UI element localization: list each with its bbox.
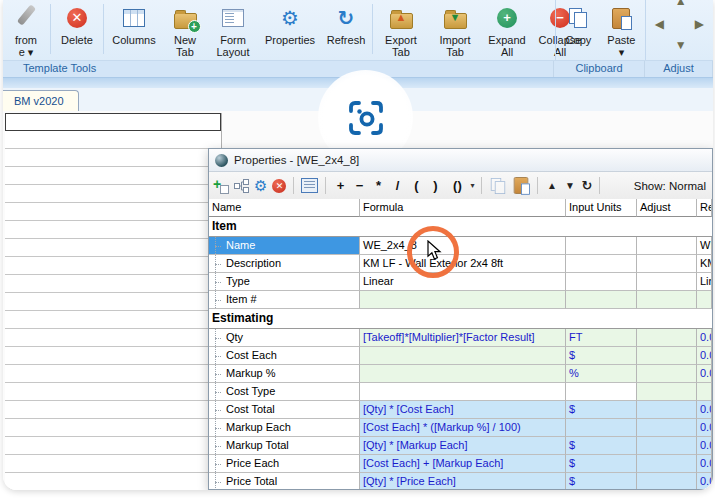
copy-from-template-button[interactable]: frome ▾ bbox=[3, 0, 49, 58]
adjust-left-button[interactable]: ◀ bbox=[655, 17, 664, 31]
result-cell[interactable]: 0.0 bbox=[697, 473, 712, 489]
grid-row[interactable] bbox=[5, 203, 221, 221]
tab-bm-v2020[interactable]: BM v2020 bbox=[3, 90, 79, 111]
adjust-cell[interactable] bbox=[637, 291, 697, 309]
import-tab-button[interactable]: ▼ImportTab bbox=[428, 0, 482, 58]
grid-row[interactable] bbox=[5, 131, 221, 149]
grid-row[interactable] bbox=[5, 329, 221, 347]
show-mode-label[interactable]: Show: Normal bbox=[634, 180, 708, 192]
result-cell[interactable]: 0.0 bbox=[697, 347, 712, 365]
columns-button[interactable]: Columns bbox=[105, 0, 163, 46]
formula-cell[interactable] bbox=[360, 365, 566, 383]
paste-icon[interactable] bbox=[514, 177, 528, 194]
plus-operator-button[interactable]: + bbox=[333, 178, 347, 193]
input-units-cell[interactable]: $ bbox=[566, 347, 637, 365]
grid-row[interactable] bbox=[5, 185, 221, 203]
column-header-formula[interactable]: Formula bbox=[360, 199, 566, 217]
formula-cell[interactable]: [Qty] * [Cost Each] bbox=[360, 401, 566, 419]
adjust-right-button[interactable]: ▶ bbox=[695, 17, 704, 31]
adjust-cell[interactable] bbox=[637, 329, 697, 347]
input-units-cell[interactable] bbox=[566, 255, 637, 273]
row-label[interactable]: Qty bbox=[209, 329, 360, 347]
formula-cell[interactable] bbox=[360, 291, 566, 309]
formula-cell[interactable]: [Takeoff]*[Multiplier]*[Factor Result] bbox=[360, 329, 566, 347]
input-units-cell[interactable] bbox=[566, 237, 637, 255]
input-units-cell[interactable]: % bbox=[566, 365, 637, 383]
divide-operator-button[interactable]: / bbox=[390, 178, 404, 193]
grid-row[interactable] bbox=[5, 437, 221, 455]
formula-cell[interactable] bbox=[360, 383, 566, 401]
result-cell[interactable]: 0.0 bbox=[697, 455, 712, 473]
row-label[interactable]: Price Total bbox=[209, 473, 360, 489]
grid-row[interactable] bbox=[5, 473, 221, 490]
dialog-title-bar[interactable]: Properties - [WE_2x4_8] bbox=[209, 149, 712, 172]
column-header-name[interactable]: Name bbox=[209, 199, 360, 217]
row-label[interactable]: Markup Each bbox=[209, 419, 360, 437]
result-cell[interactable]: 0.0 bbox=[697, 329, 712, 347]
formula-cell[interactable]: WE_2x4_8 bbox=[360, 237, 566, 255]
grid-row[interactable] bbox=[5, 257, 221, 275]
formula-cell[interactable]: KM LF - Wall Exterior 2x4 8ft bbox=[360, 255, 566, 273]
row-label[interactable]: Markup % bbox=[209, 365, 360, 383]
row-label[interactable]: Markup Total bbox=[209, 437, 360, 455]
grid-row-selected[interactable] bbox=[5, 113, 221, 131]
minus-operator-button[interactable]: − bbox=[352, 178, 366, 193]
cancel-icon[interactable]: ✕ bbox=[272, 179, 286, 193]
grid-row[interactable] bbox=[5, 239, 221, 257]
multiply-operator-button[interactable]: * bbox=[371, 178, 385, 193]
grid-row[interactable] bbox=[5, 275, 221, 293]
copy-button[interactable]: Copy bbox=[557, 0, 599, 46]
open-paren-button[interactable]: ( bbox=[409, 178, 423, 193]
formula-cell[interactable] bbox=[360, 347, 566, 365]
grid-row[interactable] bbox=[5, 293, 221, 311]
left-grid[interactable] bbox=[5, 113, 222, 490]
row-label[interactable]: Cost Total bbox=[209, 401, 360, 419]
paren-pair-button[interactable]: () bbox=[447, 178, 467, 193]
formula-cell[interactable]: [Cost Each] + [Markup Each] bbox=[360, 455, 566, 473]
result-cell[interactable]: Lin bbox=[697, 273, 712, 291]
grid-row[interactable] bbox=[5, 419, 221, 437]
move-up-icon[interactable]: ▲ bbox=[545, 180, 558, 191]
input-units-cell[interactable]: $ bbox=[566, 455, 637, 473]
grid-row[interactable] bbox=[5, 221, 221, 239]
row-label[interactable]: Price Each bbox=[209, 455, 360, 473]
adjust-cell[interactable] bbox=[637, 455, 697, 473]
adjust-cell[interactable] bbox=[637, 383, 697, 401]
form-view-icon[interactable] bbox=[301, 178, 318, 193]
column-header-adjust[interactable]: Adjust bbox=[637, 199, 697, 217]
column-header-input-units[interactable]: Input Units bbox=[566, 199, 637, 217]
add-row-icon[interactable]: + bbox=[213, 178, 229, 194]
result-cell[interactable] bbox=[697, 291, 712, 309]
adjust-cell[interactable] bbox=[637, 273, 697, 291]
result-cell[interactable] bbox=[697, 383, 712, 401]
adjust-cell[interactable] bbox=[637, 365, 697, 383]
adjust-cell[interactable] bbox=[637, 473, 697, 489]
row-label[interactable]: Description bbox=[209, 255, 360, 273]
input-units-cell[interactable] bbox=[566, 383, 637, 401]
paste-button[interactable]: Paste▾ bbox=[599, 0, 643, 58]
form-layout-button[interactable]: FormLayout bbox=[207, 0, 259, 58]
input-units-cell[interactable] bbox=[566, 273, 637, 291]
copy-icon[interactable] bbox=[491, 178, 505, 194]
grid-row[interactable] bbox=[5, 149, 221, 167]
row-label[interactable]: Cost Each bbox=[209, 347, 360, 365]
grid-row[interactable] bbox=[5, 311, 221, 329]
properties-button[interactable]: ⚙Properties bbox=[259, 0, 321, 46]
delete-button[interactable]: ✕Delete bbox=[52, 0, 102, 46]
adjust-cell[interactable] bbox=[637, 437, 697, 455]
close-paren-button[interactable]: ) bbox=[428, 178, 442, 193]
formula-cell[interactable]: [Qty] * [Price Each] bbox=[360, 473, 566, 489]
grid-row[interactable] bbox=[5, 401, 221, 419]
expand-all-button[interactable]: +ExpandAll bbox=[482, 0, 532, 58]
refresh-button[interactable]: ↻Refresh bbox=[321, 0, 371, 46]
result-cell[interactable]: WE_2x4_8 bbox=[697, 237, 712, 255]
grid-row[interactable] bbox=[5, 383, 221, 401]
row-label[interactable]: Cost Type bbox=[209, 383, 360, 401]
column-header-re[interactable]: Re bbox=[697, 199, 712, 217]
row-label[interactable]: Item # bbox=[209, 291, 360, 309]
input-units-cell[interactable]: $ bbox=[566, 473, 637, 489]
grid-row[interactable] bbox=[5, 347, 221, 365]
formula-cell[interactable]: [Cost Each] * ([Markup %] / 100) bbox=[360, 419, 566, 437]
result-cell[interactable]: 0.0 bbox=[697, 401, 712, 419]
row-label[interactable]: Name bbox=[209, 237, 360, 255]
